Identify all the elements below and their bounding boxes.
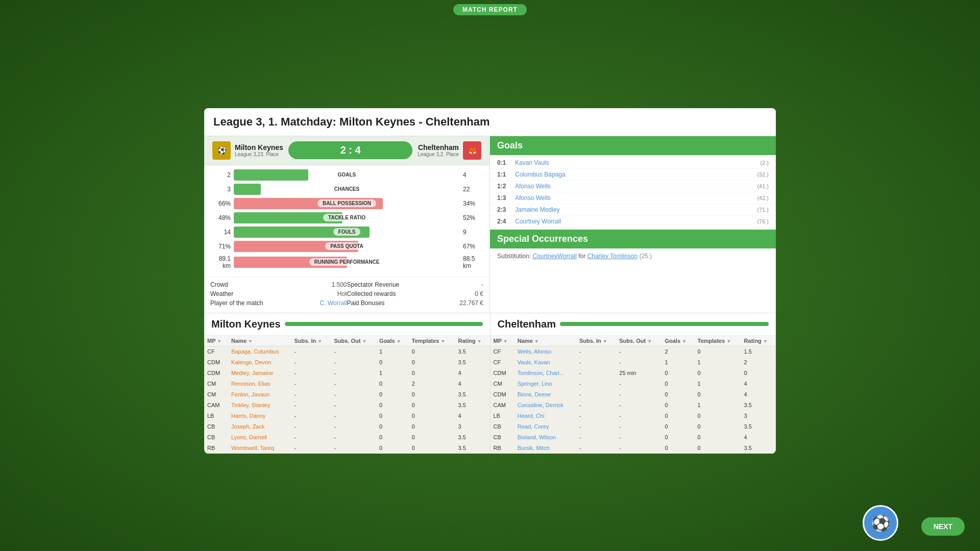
player-pos: CM [204,378,228,389]
left-panel: ⚽ Milton Keynes League 3,23. Place 2 : 4… [204,136,490,313]
goal-minute: (42.) [757,195,769,201]
goal-player[interactable]: Columbus Bapaga [515,171,757,178]
player-templates: 0 [695,442,741,453]
table-row[interactable]: CM Springer, Lino - - 0 1 4 [491,378,776,389]
player-rating: 3.5 [741,421,776,432]
table-row[interactable]: LB Heard, Chi - - 0 0 3 [491,410,776,421]
goal-player[interactable]: Afonso Wells [515,194,757,202]
player-templates: 1 [695,399,741,410]
player-name[interactable]: Binns, Deese [514,389,576,399]
player-templates: 0 [409,432,455,442]
home-team-badge: ⚽ [212,141,231,160]
match-report-button[interactable]: MATCH REPORT [453,4,527,15]
player-goals: 2 [662,346,694,357]
player-name[interactable]: Medley, Jamaine [228,367,291,378]
player-name[interactable]: Bapaga, Columbus [228,346,291,357]
away-team-name: Cheltenham [418,143,459,152]
table-row[interactable]: CDM Binns, Deese - - 0 0 4 [491,389,776,399]
table-row[interactable]: CF Vauls, Kavan - - 1 1 2 [491,357,776,367]
player-name[interactable]: Wombwell, Tareq [228,442,291,453]
away-col-name: Name ▼ [514,336,576,346]
player-goals: 1 [376,367,409,378]
goal-row: 2:3Jamaine Medley(71.) [490,204,776,216]
table-row[interactable]: CM Fenlon, Javaun - - 0 0 3.5 [204,389,490,399]
player-name[interactable]: Harris, Danny [228,410,291,421]
table-row[interactable]: RB Wombwell, Tareq - - 0 0 3.5 [204,442,490,453]
player-subs-out: - [331,432,376,442]
table-row[interactable]: CB Bisland, Wilson - - 0 0 4 [491,432,776,442]
player-name[interactable]: Vauls, Kavan [514,357,576,367]
player-templates: 0 [409,367,455,378]
table-row[interactable]: CB Read, Corey - - 0 0 3.5 [491,421,776,432]
player-subs-in: - [576,442,616,453]
player-match-value[interactable]: C. Worrall [320,299,347,307]
goal-player[interactable]: Afonso Wells [515,183,757,190]
player-subs-out: - [331,410,376,421]
player-subs-in: - [576,399,616,410]
table-row[interactable]: CDM Tomlinson, Charl... - 25 min 0 0 0 [491,367,776,378]
substitution-player2[interactable]: Charley Tomlinson [587,253,638,260]
goal-minute: (41.) [757,183,769,189]
goal-player[interactable]: Jamaine Medley [515,206,757,213]
player-pos: CF [491,346,514,357]
home-team-name: Milton Keynes [235,143,283,152]
next-button[interactable]: NEXT [921,517,965,536]
player-name[interactable]: Tinkley, Stanley [228,399,291,410]
player-name[interactable]: Heard, Chi [514,410,576,421]
table-row[interactable]: CAM Tinkley, Stanley - - 0 0 3.5 [204,399,490,410]
player-pos: CM [491,378,514,389]
goal-minute: (71.) [757,207,769,213]
player-name[interactable]: Rennison, Elias [228,378,291,389]
table-row[interactable]: RB Bursik, Mitch - - 0 0 3.5 [491,442,776,453]
table-row[interactable]: CDM Kalengo, Devon - - 0 0 3.5 [204,357,490,367]
table-row[interactable]: CB Joseph, Zack - - 0 0 3 [204,421,490,432]
goal-player[interactable]: Kavan Vauls [515,159,761,166]
paid-bonuses-value: 22.767 € [459,299,483,307]
table-row[interactable]: CF Wells, Afonso - - 2 0 1.5 [491,346,776,357]
player-name[interactable]: Bisland, Wilson [514,432,576,442]
table-row[interactable]: CDM Medley, Jamaine - - 1 0 4 [204,367,490,378]
player-pos: CAM [204,399,228,410]
stat-right-value: 34% [463,200,483,207]
table-row[interactable]: CB Lyons, Darnell - - 0 0 3.5 [204,432,490,442]
player-name[interactable]: Joseph, Zack [228,421,291,432]
player-subs-in: - [576,378,616,389]
player-name[interactable]: Kalengo, Devon [228,357,291,367]
player-rating: 3 [741,410,776,421]
player-subs-out: - [616,346,662,357]
title-bar: League 3, 1. Matchday: Milton Keynes - C… [204,108,776,136]
player-name[interactable]: Lyons, Darnell [228,432,291,442]
goal-score: 2:3 [497,206,515,213]
stat-row: 71%PASS QUOTA67% [210,241,483,252]
player-name[interactable]: Tomlinson, Charl... [514,367,576,378]
goal-player[interactable]: Courtney Worrall [515,218,757,225]
player-subs-out: - [331,389,376,399]
home-team-table-title: Milton Keynes [211,318,281,330]
home-team-table-header: Milton Keynes [204,313,490,336]
player-subs-in: - [576,346,616,357]
player-subs-in: - [576,357,616,367]
player-goals: 0 [662,389,694,399]
table-row[interactable]: CF Bapaga, Columbus - - 1 0 3.5 [204,346,490,357]
stat-left-value: 14 [210,229,231,236]
player-name[interactable]: Wells, Afonso [514,346,576,357]
player-subs-in: - [291,442,331,453]
table-row[interactable]: CAM Considine, Derrick - - 0 1 3.5 [491,399,776,410]
player-name[interactable]: Read, Corey [514,421,576,432]
player-name[interactable]: Fenlon, Javaun [228,389,291,399]
goal-row: 0:1Kavan Vauls(2.) [490,157,776,169]
weather-label: Weather [210,290,233,297]
player-subs-in: - [576,410,616,421]
player-goals: 0 [662,442,694,453]
substitution-player1[interactable]: CourtneyWorrall [532,253,576,260]
table-row[interactable]: CM Rennison, Elias - - 0 2 4 [204,378,490,389]
player-subs-out: - [331,357,376,367]
player-name[interactable]: Considine, Derrick [514,399,576,410]
home-team-table: MP ▼ Name ▼ Subs. In ▼ Subs. Out ▼ Goals… [204,336,490,454]
goal-row: 1:1Columbus Bapaga(32.) [490,169,776,181]
table-row[interactable]: LB Harris, Danny - - 0 0 4 [204,410,490,421]
player-name[interactable]: Bursik, Mitch [514,442,576,453]
player-name[interactable]: Springer, Lino [514,378,576,389]
stat-row: 48%TACKLE RATIO52% [210,212,483,223]
player-subs-out: - [331,367,376,378]
